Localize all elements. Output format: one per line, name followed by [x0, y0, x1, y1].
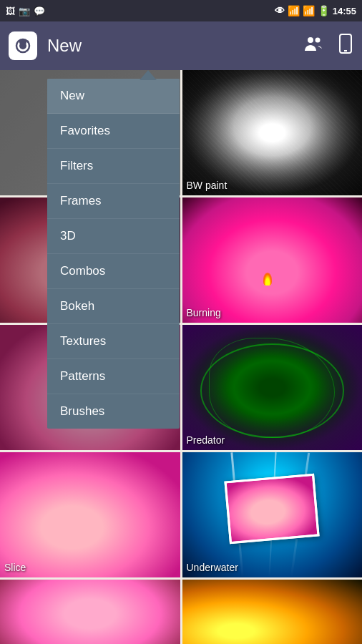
camera-icon [14, 36, 32, 55]
menu-item-bokeh[interactable]: Bokeh [47, 289, 180, 324]
dropdown-arrow [140, 70, 157, 80]
menu-item-frames[interactable]: Frames [47, 184, 180, 219]
wifi-icon: 📶 [288, 5, 300, 16]
app-bar: New [0, 21, 362, 70]
app-bar-actions [303, 34, 353, 58]
gallery-icon: 🖼 [6, 6, 15, 16]
people-icon[interactable] [303, 35, 323, 57]
svg-point-5 [315, 38, 321, 43]
battery-icon: 🔋 [318, 5, 330, 16]
cell-label-bw-paint: BW paint [187, 180, 228, 191]
cell-label-slice: Slice [4, 562, 26, 573]
status-bar-right: 👁 📶 📶 🔋 14:55 [275, 5, 356, 16]
menu-item-combos[interactable]: Combos [47, 254, 180, 289]
menu-item-favorites[interactable]: Favorites [47, 114, 180, 149]
svg-point-3 [27, 41, 29, 43]
time-display: 14:55 [333, 6, 356, 16]
cell-label-burning: Burning [187, 307, 221, 318]
dropdown-menu: New Favorites Filters Frames 3D Combos B… [47, 79, 180, 429]
grid-cell-predator[interactable]: Predator [182, 325, 363, 450]
status-bar: 🖼 📷 💬 👁 📶 📶 🔋 14:55 [0, 0, 362, 21]
grid-cell-underwater[interactable]: Underwater [182, 452, 363, 577]
image-icon: 📷 [19, 6, 30, 16]
status-bar-left: 🖼 📷 💬 [6, 6, 45, 16]
underwater-photo-card [225, 474, 320, 544]
svg-point-4 [308, 37, 313, 43]
grid-cell-burning[interactable]: Burning [182, 197, 363, 323]
chat-icon: 💬 [34, 6, 45, 16]
svg-rect-2 [19, 40, 26, 44]
grid-cell-bottom-right[interactable] [182, 580, 363, 644]
menu-item-patterns[interactable]: Patterns [47, 359, 180, 394]
phone-icon[interactable] [338, 34, 353, 58]
cell-label-predator: Predator [187, 434, 225, 446]
menu-item-3d[interactable]: 3D [47, 219, 180, 254]
menu-item-textures[interactable]: Textures [47, 324, 180, 359]
eye-icon: 👁 [275, 5, 285, 16]
grid-cell-slice[interactable]: Slice [0, 452, 180, 577]
grid-cell-bw-paint[interactable]: BW paint [182, 70, 363, 195]
signal-icon: 📶 [303, 5, 315, 16]
grid-cell-bottom-left[interactable] [0, 580, 180, 644]
app-bar-title: New [47, 36, 303, 56]
menu-item-new[interactable]: New [47, 79, 180, 114]
menu-item-brushes[interactable]: Brushes [47, 394, 180, 429]
cell-label-underwater: Underwater [187, 562, 238, 573]
menu-item-filters[interactable]: Filters [47, 149, 180, 184]
app-logo[interactable] [9, 31, 37, 60]
